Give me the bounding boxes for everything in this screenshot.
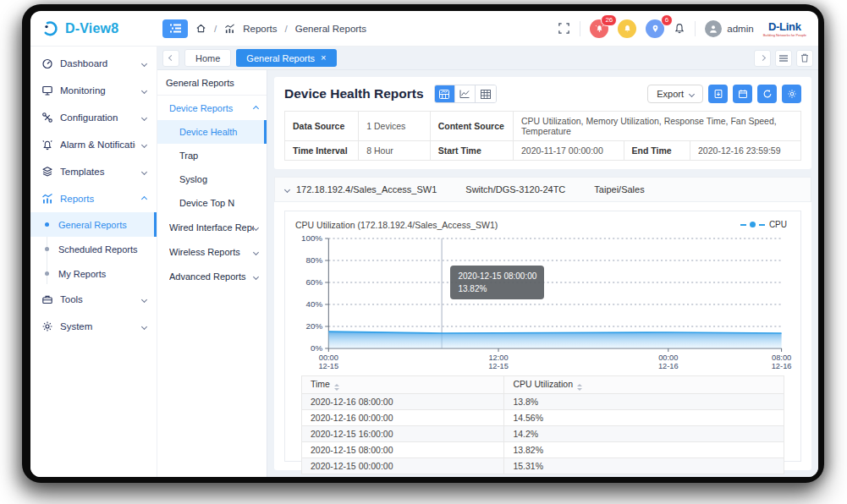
reports-submenu: General Reports Scheduled Reports My Rep… [30, 212, 157, 286]
chart-view-button[interactable] [455, 85, 476, 102]
templates-icon [41, 166, 53, 178]
svg-text:0%: 0% [311, 343, 323, 353]
bullet-icon [45, 222, 49, 227]
report-actions: Export [647, 85, 801, 103]
column-header-time[interactable]: Time [302, 376, 504, 394]
sidebar-label: Templates [60, 167, 135, 177]
schedule-button[interactable] [733, 85, 752, 103]
dlink-tagline: Building Networks for People [763, 34, 806, 37]
tab-general-reports[interactable]: General Reports × [236, 49, 336, 67]
tree-item-trap[interactable]: Trap [157, 144, 267, 167]
cell-cpu: 15.31% [504, 457, 784, 474]
topbar-actions: 26 6 [558, 19, 818, 38]
reports-icon [41, 193, 53, 205]
combined-view-icon [439, 90, 449, 99]
tree-group-device-reports[interactable]: Device Reports [157, 96, 267, 120]
tree-header: General Reports [157, 70, 267, 96]
table-view-button[interactable] [476, 85, 496, 102]
bell-icon [623, 24, 632, 33]
tree-item-label: Syslog [179, 174, 207, 184]
sidebar-item-reports[interactable]: Reports [30, 185, 157, 212]
cpu-utilization-chart[interactable]: 0%20%40%60%80%100%00:0012-1512:0012-1500… [294, 230, 792, 374]
user-menu[interactable]: admin [705, 20, 753, 37]
breadcrumb-reports[interactable]: Reports [243, 24, 277, 34]
view-toggle-group [434, 85, 497, 103]
alarm-notification-button[interactable]: 26 [590, 19, 608, 38]
info-value: 1 Devices [359, 112, 430, 141]
cell-time: 2020-12-15 16:00:00 [302, 425, 504, 441]
settings-button[interactable] [782, 85, 801, 103]
chevron-down-icon [284, 186, 290, 192]
legend-cpu[interactable]: CPU [740, 220, 790, 229]
tree-group-advanced-reports[interactable]: Advanced Reports [157, 264, 267, 288]
export-button[interactable]: Export [647, 85, 703, 103]
tab-menu-button[interactable] [775, 50, 792, 67]
close-icon[interactable]: × [321, 53, 326, 63]
tree-group-wireless-reports[interactable]: Wireless Reports [157, 239, 267, 264]
top-bar: D-View8 / Reports / General Reports [30, 11, 818, 47]
sidebar-item-scheduled-reports[interactable]: Scheduled Reports [30, 237, 157, 261]
chevron-down-icon [253, 273, 259, 279]
tree-list-icon [170, 24, 181, 33]
device-frame: D-View8 / Reports / General Reports [22, 4, 824, 483]
legend-line-icon [740, 224, 746, 226]
legend-label: CPU [769, 220, 787, 229]
sidebar-item-templates[interactable]: Templates [30, 158, 157, 185]
sidebar-item-monitoring[interactable]: Monitoring [30, 77, 157, 104]
cell-cpu: 13.8% [504, 393, 784, 409]
chevron-left-icon [168, 55, 173, 61]
device-report-card: 172.18.192.4/Sales_Access_SW1 Switch/DGS… [274, 177, 811, 470]
dlink-logo: D-Link Building Networks for People [763, 19, 806, 37]
report-info-table: Data Source 1 Devices Content Source CPU… [284, 111, 801, 161]
info-label: Start Time [430, 141, 513, 161]
sidebar-label: Monitoring [60, 85, 135, 96]
sidebar-toggle-button[interactable] [162, 19, 188, 38]
app-window: D-View8 / Reports / General Reports [30, 11, 818, 477]
dview-logo-icon [42, 20, 59, 37]
sidebar-item-my-reports[interactable]: My Reports [30, 261, 157, 286]
sidebar-item-configuration[interactable]: Configuration [30, 104, 157, 131]
device-model: Switch/DGS-3120-24TC [465, 184, 565, 194]
combined-view-button[interactable] [435, 85, 455, 102]
tab-scroll-left-button[interactable] [162, 50, 179, 67]
tab-scroll-right-button[interactable] [754, 50, 771, 67]
info-value: 2020-11-17 00:00:00 [514, 141, 624, 161]
tab-home[interactable]: Home [184, 49, 231, 67]
calendar-icon [738, 89, 748, 99]
cpu-data-table: Time CPU Utilization 2020-12-16 08:00:00… [301, 375, 784, 474]
notification-bell-icon[interactable] [674, 22, 685, 35]
cpu-chart-svg: 0%20%40%60%80%100%00:0012-1512:0012-1500… [294, 230, 792, 374]
fullscreen-icon[interactable] [558, 22, 570, 35]
table-row: 2020-12-16 08:00:0013.8% [302, 393, 784, 409]
table-header-row: Time CPU Utilization [302, 376, 784, 394]
cell-time: 2020-12-16 00:00:00 [302, 409, 504, 425]
column-header-cpu[interactable]: CPU Utilization [504, 376, 784, 394]
tree-item-device-top-n[interactable]: Device Top N [157, 191, 267, 215]
device-section-header[interactable]: 172.18.192.4/Sales_Access_SW1 Switch/DGS… [274, 177, 811, 202]
chevron-down-icon [141, 296, 147, 302]
legend-dot-icon [750, 222, 756, 227]
save-report-icon [713, 89, 723, 99]
table-row: 2020-12-15 16:00:0014.2% [302, 425, 784, 441]
sidebar-label: Alarm & Notification [60, 140, 135, 150]
chart-tooltip: 2020-12-15 08:00:00 13.82% [450, 266, 544, 299]
save-report-button[interactable] [708, 85, 728, 103]
breadcrumb-separator: / [284, 24, 287, 34]
warning-notification-button[interactable] [618, 19, 636, 38]
sidebar-item-tools[interactable]: Tools [30, 286, 157, 313]
monitoring-icon [41, 85, 53, 96]
home-icon[interactable] [195, 23, 206, 34]
tree-item-device-health[interactable]: Device Health [157, 120, 267, 144]
chevron-down-icon [141, 87, 147, 93]
sidebar-item-general-reports[interactable]: General Reports [30, 212, 157, 237]
bullet-icon [45, 271, 49, 276]
tooltip-time: 2020-12-15 08:00:00 [458, 270, 536, 282]
sidebar-item-alarm-notification[interactable]: Alarm & Notification [30, 131, 157, 158]
sidebar-item-system[interactable]: System [30, 313, 157, 340]
tree-group-wired-interface-reports[interactable]: Wired Interface Reports [157, 215, 267, 239]
sidebar-item-dashboard[interactable]: Dashboard [30, 50, 157, 77]
tree-item-syslog[interactable]: Syslog [157, 167, 267, 191]
tab-close-all-button[interactable] [796, 50, 813, 67]
refresh-button[interactable] [757, 85, 777, 103]
location-notification-button[interactable]: 6 [646, 19, 664, 38]
